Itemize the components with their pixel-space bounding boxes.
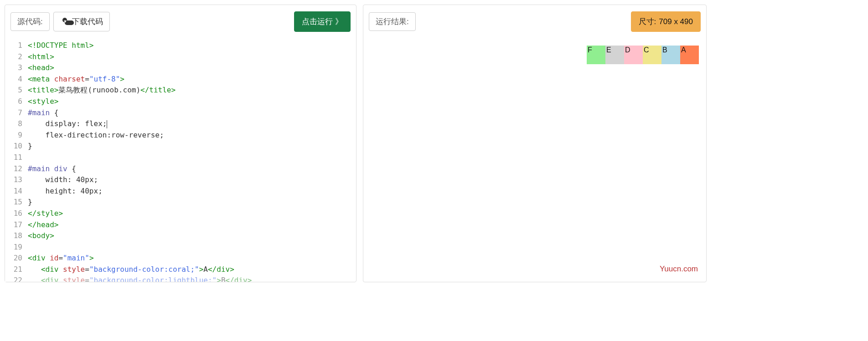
result-toolbar: 运行结果: 尺寸: 709 x 490 — [363, 5, 706, 38]
code-line: <head> — [28, 62, 353, 74]
code-line: <!DOCTYPE html> — [28, 40, 353, 51]
size-button[interactable]: 尺寸: 709 x 490 — [631, 11, 701, 32]
source-toolbar: 源代码: 下载代码 点击运行 》 — [5, 5, 356, 38]
main-container: 源代码: 下载代码 点击运行 》 1 2 3 4 5 6 7 8 9 10 11… — [5, 5, 863, 282]
cloud-download-icon — [60, 19, 69, 25]
code-line: <body> — [28, 230, 353, 242]
line-gutter: 1 2 3 4 5 6 7 8 9 10 11 12 13 14 15 16 1… — [5, 38, 25, 282]
preview-box: F — [587, 46, 605, 64]
code-line: <style> — [28, 96, 353, 107]
code-line: <div style="background-color:coral;">A</… — [28, 264, 353, 275]
watermark: Yuucn.com — [660, 265, 698, 274]
code-line: } — [28, 141, 353, 152]
code-line: <title>菜鸟教程(runoob.com)</title> — [28, 85, 353, 96]
code-line: </head> — [28, 219, 353, 231]
preview-box: D — [624, 46, 643, 64]
run-button[interactable]: 点击运行 》 — [294, 11, 351, 32]
code-line: #main div { — [28, 163, 353, 175]
size-value: 709 x 490 — [659, 17, 693, 26]
code-line: <div style="background-color:lightblue;"… — [28, 275, 353, 282]
code-line: <div id="main"> — [28, 253, 353, 264]
code-line — [28, 242, 353, 253]
preview-box: E — [605, 46, 624, 64]
code-line — [28, 152, 353, 163]
code-content[interactable]: <!DOCTYPE html><html><head><meta charset… — [25, 38, 356, 282]
code-line: flex-direction:row-reverse; — [28, 130, 353, 141]
result-panel: 运行结果: 尺寸: 709 x 490 ABCDEF Yuucn.com — [363, 5, 707, 282]
size-prefix: 尺寸: — [639, 16, 656, 27]
code-line: } — [28, 197, 353, 208]
code-editor[interactable]: 1 2 3 4 5 6 7 8 9 10 11 12 13 14 15 16 1… — [5, 38, 356, 282]
source-panel: 源代码: 下载代码 点击运行 》 1 2 3 4 5 6 7 8 9 10 11… — [5, 5, 356, 282]
code-line: </style> — [28, 208, 353, 219]
result-body: ABCDEF Yuucn.com — [363, 38, 706, 282]
code-line: display: flex; — [28, 118, 353, 130]
download-button-label: 下载代码 — [72, 16, 103, 27]
code-line: #main { — [28, 107, 353, 119]
code-line: height: 40px; — [28, 186, 353, 197]
preview-box: A — [680, 46, 699, 64]
download-button[interactable]: 下载代码 — [53, 12, 110, 31]
preview-box: B — [661, 46, 680, 64]
flex-preview: ABCDEF — [371, 46, 699, 64]
code-line: <meta charset="utf-8"> — [28, 74, 353, 85]
run-button-label: 点击运行 》 — [302, 16, 343, 27]
source-label: 源代码: — [10, 12, 50, 31]
code-line: <html> — [28, 51, 353, 63]
preview-box: C — [643, 46, 661, 64]
result-label: 运行结果: — [369, 12, 416, 31]
code-line: width: 40px; — [28, 174, 353, 186]
